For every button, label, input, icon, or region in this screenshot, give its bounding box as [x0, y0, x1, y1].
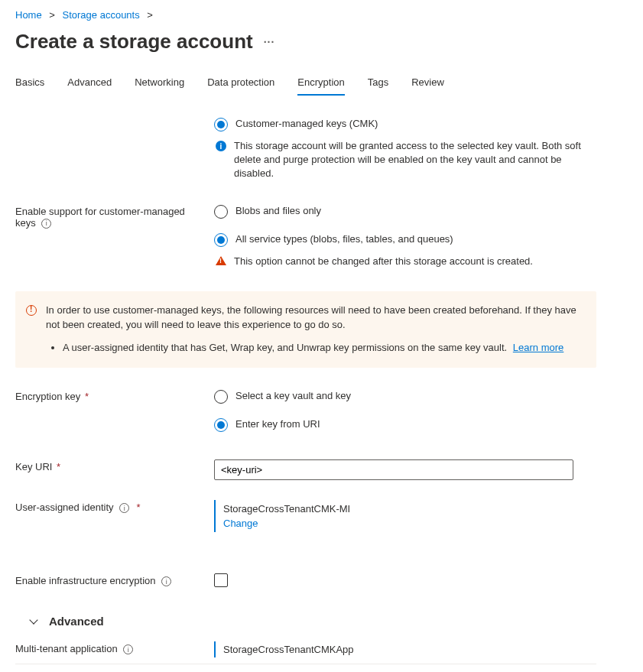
- encryption-key-label: Encryption key: [15, 391, 80, 402]
- learn-more-link[interactable]: Learn more: [513, 342, 563, 353]
- user-assigned-identity-label: User-assigned identity: [15, 502, 114, 513]
- chevron-down-icon: [29, 616, 37, 625]
- identity-value: StorageCrossTenantCMK-MI: [223, 503, 596, 515]
- warning-icon: [216, 256, 226, 265]
- key-uri-input[interactable]: [214, 459, 573, 480]
- radio-select-kv-label: Select a key vault and key: [235, 389, 351, 401]
- divider: [15, 664, 596, 664]
- prerequisites-banner: In order to use customer-managed keys, t…: [15, 291, 596, 368]
- multi-tenant-app-label: Multi-tenant application: [15, 643, 118, 654]
- radio-all-service-label: All service types (blobs, files, tables,…: [235, 232, 453, 245]
- breadcrumb-storage-accounts[interactable]: Storage accounts: [63, 9, 140, 21]
- radio-enter-uri[interactable]: [214, 418, 228, 432]
- help-icon[interactable]: i: [123, 644, 133, 654]
- required-indicator: *: [85, 391, 89, 402]
- radio-select-key-vault[interactable]: [214, 390, 228, 404]
- key-uri-label: Key URI: [15, 461, 52, 472]
- required-indicator: *: [57, 461, 60, 472]
- tab-advanced[interactable]: Advanced: [67, 76, 112, 96]
- radio-cmk-label: Customer-managed keys (CMK): [235, 117, 378, 129]
- cannot-change-text: This option cannot be changed after this…: [234, 255, 533, 268]
- cmk-info-text: This storage account will be granted acc…: [234, 139, 596, 181]
- breadcrumb-home[interactable]: Home: [15, 9, 42, 21]
- radio-all-service-types[interactable]: [214, 233, 228, 247]
- chevron-right-icon: >: [49, 9, 55, 21]
- tab-basics[interactable]: Basics: [15, 76, 44, 96]
- page-title: Create a storage account ···: [15, 30, 628, 54]
- multi-tenant-app-value: StorageCrossTenantCMKApp: [223, 644, 596, 655]
- help-icon[interactable]: i: [41, 219, 51, 229]
- radio-blobs-files-only[interactable]: [214, 205, 228, 219]
- tab-review[interactable]: Review: [411, 76, 444, 96]
- infrastructure-encryption-label: Enable infrastructure encryption: [15, 575, 156, 586]
- help-icon[interactable]: i: [119, 503, 129, 513]
- banner-bullet: A user-assigned identity that has Get, W…: [63, 341, 583, 355]
- tab-data-protection[interactable]: Data protection: [207, 76, 274, 96]
- advanced-section-header[interactable]: Advanced: [31, 615, 596, 628]
- enable-support-label: Enable support for customer-managed keys: [15, 206, 185, 229]
- banner-intro-text: In order to use customer-managed keys, t…: [46, 304, 583, 333]
- required-indicator: *: [136, 502, 140, 513]
- info-icon: i: [216, 141, 226, 151]
- radio-cmk[interactable]: [214, 118, 228, 131]
- tab-encryption[interactable]: Encryption: [297, 76, 344, 96]
- tab-networking[interactable]: Networking: [135, 76, 184, 96]
- help-icon[interactable]: i: [161, 576, 171, 586]
- change-identity-link[interactable]: Change: [223, 518, 596, 529]
- warning-circle-icon: [26, 305, 37, 316]
- infrastructure-encryption-checkbox[interactable]: [214, 573, 228, 587]
- tabs: Basics Advanced Networking Data protecti…: [15, 76, 628, 96]
- radio-enter-uri-label: Enter key from URI: [235, 417, 320, 430]
- chevron-right-icon: >: [147, 9, 153, 21]
- breadcrumb: Home > Storage accounts >: [15, 8, 628, 27]
- radio-blobs-files-label: Blobs and files only: [235, 204, 321, 216]
- more-actions-icon[interactable]: ···: [264, 36, 275, 48]
- tab-tags[interactable]: Tags: [368, 76, 388, 96]
